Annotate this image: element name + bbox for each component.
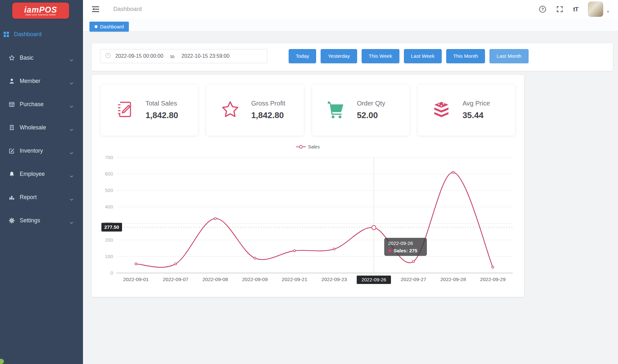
- corner-accent: [0, 359, 4, 364]
- chart-legend: Sales: [92, 144, 524, 149]
- chevron-down-icon: [70, 57, 73, 63]
- date-separator: to: [170, 54, 175, 59]
- date-from-value[interactable]: 2022-09-15 00:00:00: [115, 53, 163, 59]
- svg-text:277.50: 277.50: [104, 224, 119, 230]
- sidebar-item-label: Wholesale: [20, 124, 46, 131]
- chevron-down-icon: [70, 219, 73, 225]
- avatar[interactable]: [588, 2, 603, 17]
- stat-card-order-qty: Order Qty 52.00: [312, 85, 409, 136]
- stat-label: Gross Profit: [251, 100, 290, 107]
- sidebar-item-settings[interactable]: Settings: [0, 213, 83, 228]
- sidebar-item-wholesale[interactable]: Wholesale: [0, 120, 83, 135]
- member-icon: [9, 78, 15, 84]
- svg-text:2022-09-01: 2022-09-01: [123, 277, 149, 282]
- svg-text:400: 400: [105, 204, 113, 209]
- sales-note-icon: [115, 99, 135, 121]
- yesterday-button[interactable]: Yesterday: [321, 49, 357, 63]
- sidebar-item-inventory[interactable]: Inventory: [0, 144, 83, 158]
- sidebar-item-basic[interactable]: Basic: [0, 51, 83, 65]
- legend-item-sales[interactable]: Sales: [296, 144, 320, 149]
- dashboard-icon: [3, 31, 9, 37]
- stat-value: 35.44: [462, 110, 501, 120]
- chevron-down-icon: [70, 150, 73, 156]
- sidebar-item-purchase[interactable]: Purchase: [0, 97, 83, 111]
- svg-text:2022-09-09: 2022-09-09: [242, 277, 268, 282]
- tab-bar: Dashboard: [83, 18, 618, 32]
- sidebar-toggle-icon[interactable]: [91, 6, 100, 13]
- fullscreen-icon[interactable]: [556, 5, 563, 13]
- cart-icon: [326, 99, 346, 121]
- this-week-button[interactable]: This Week: [362, 49, 399, 63]
- sidebar: iamPOS make your business better Dashboa…: [0, 0, 83, 364]
- chevron-down-icon: [70, 80, 73, 86]
- sidebar-item-label: Member: [20, 78, 40, 85]
- tab-label: Dashboard: [100, 24, 124, 29]
- stat-label: Total Sales: [146, 100, 184, 107]
- sidebar-item-dashboard[interactable]: Dashboard: [0, 26, 83, 42]
- svg-text:2022-09-27: 2022-09-27: [401, 277, 426, 282]
- svg-text:600: 600: [105, 171, 113, 177]
- legend-marker-icon: [296, 145, 306, 149]
- svg-text:2022-09-26: 2022-09-26: [361, 277, 386, 282]
- sidebar-item-label: Purchase: [20, 101, 44, 108]
- stat-card-gross-profit: Gross Profit 1,842.80: [206, 85, 304, 136]
- chevron-down-icon: [70, 103, 73, 109]
- svg-text:2022-09-21: 2022-09-21: [282, 277, 307, 282]
- filter-panel: 2022-09-15 00:00:00 to 2022-10-15 23:59:…: [92, 43, 613, 71]
- svg-text:?: ?: [541, 7, 544, 12]
- stat-value: 52.00: [357, 110, 396, 120]
- sidebar-item-member[interactable]: Member: [0, 74, 83, 88]
- svg-text:200: 200: [105, 237, 113, 243]
- sidebar-item-label: Report: [20, 194, 37, 201]
- clock-icon: [105, 53, 111, 60]
- avatar-caret-icon[interactable]: ▾: [607, 9, 609, 14]
- date-range-input[interactable]: 2022-09-15 00:00:00 to 2022-10-15 23:59:…: [100, 49, 267, 63]
- tab-dot-icon: [95, 25, 98, 28]
- sidebar-item-label: Inventory: [20, 147, 43, 154]
- svg-text:0: 0: [110, 270, 113, 276]
- chevron-down-icon: [70, 126, 73, 132]
- stat-card-avg-price: Avg Price 35.44: [418, 85, 515, 136]
- sidebar-item-label: Settings: [20, 217, 40, 224]
- sidebar-item-label: Basic: [20, 55, 34, 61]
- purchase-icon: [9, 101, 15, 107]
- header-actions: ? tT ▾: [539, 2, 609, 17]
- dashboard-panel: Total Sales 1,842.80 Gross Profit 1,842.…: [92, 75, 524, 297]
- sidebar-item-label: Employee: [20, 171, 45, 177]
- help-icon[interactable]: ?: [539, 5, 546, 13]
- stat-label: Avg Price: [462, 100, 501, 107]
- tab-dashboard[interactable]: Dashboard: [89, 22, 129, 32]
- svg-text:2022-09-23: 2022-09-23: [321, 277, 347, 282]
- app-logo[interactable]: iamPOS make your business better: [12, 3, 69, 19]
- last-month-button[interactable]: Last Month: [489, 49, 529, 63]
- layers-icon: [431, 99, 451, 121]
- main-area: Dashboard ? tT ▾ Dashboard 2022-09-15 00…: [83, 0, 618, 364]
- date-to-value[interactable]: 2022-10-15 23:59:00: [181, 53, 230, 59]
- sidebar-item-label: Dashboard: [14, 31, 42, 38]
- app-logo-tagline: make your business better: [26, 14, 56, 16]
- sales-chart-svg[interactable]: 01002003004005006007002022-09-012022-09-…: [101, 151, 518, 289]
- last-week-button[interactable]: Last Week: [404, 49, 442, 63]
- star-outline-icon: [220, 99, 240, 121]
- top-header: Dashboard ? tT ▾: [83, 0, 618, 18]
- svg-text:100: 100: [105, 254, 113, 259]
- this-month-button[interactable]: This Month: [446, 49, 485, 63]
- stat-card-total-sales: Total Sales 1,842.80: [101, 85, 198, 136]
- svg-text:2022-09-28: 2022-09-28: [440, 277, 466, 282]
- svg-text:2022-09-08: 2022-09-08: [202, 277, 228, 282]
- stat-value: 1,842.80: [251, 110, 290, 120]
- sales-chart: 01002003004005006007002022-09-012022-09-…: [101, 151, 518, 289]
- chevron-down-icon: [70, 173, 73, 179]
- legend-label: Sales: [308, 144, 320, 149]
- report-icon: [9, 194, 15, 200]
- employee-icon: [9, 171, 15, 177]
- svg-text:2022-09-29: 2022-09-29: [480, 277, 506, 282]
- quick-filter-buttons: Today Yesterday This Week Last Week This…: [289, 49, 529, 63]
- text-size-icon[interactable]: tT: [573, 6, 578, 13]
- stats-grid: Total Sales 1,842.80 Gross Profit 1,842.…: [101, 85, 515, 136]
- today-button[interactable]: Today: [289, 49, 316, 63]
- settings-icon: [9, 217, 15, 224]
- app-logo-title: iamPOS: [24, 6, 57, 14]
- sidebar-item-report[interactable]: Report: [0, 190, 83, 204]
- sidebar-item-employee[interactable]: Employee: [0, 167, 83, 181]
